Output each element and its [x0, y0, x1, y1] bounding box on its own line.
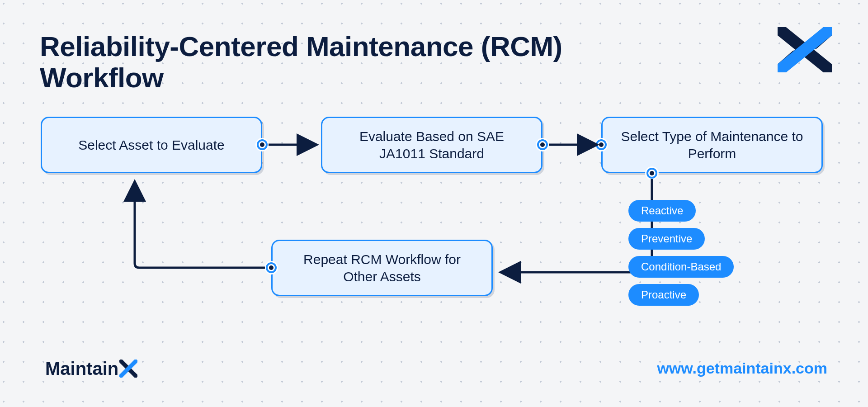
step-select-asset: Select Asset to Evaluate [41, 117, 262, 173]
step-label: Select Type of Maintenance to Perform [616, 128, 808, 162]
maintenance-type-pill: Reactive [628, 200, 696, 222]
maintenance-type-list: Reactive Preventive Condition-Based Proa… [628, 200, 734, 306]
arrow-icon [131, 172, 276, 276]
page-title: Reliability-Centered Maintenance (RCM) W… [40, 31, 582, 94]
step-label: Select Asset to Evaluate [78, 137, 225, 154]
step-label: Evaluate Based on SAE JA1011 Standard [336, 128, 528, 162]
maintenance-type-pill: Proactive [628, 284, 699, 306]
port-icon [257, 139, 268, 150]
brand-x-icon [119, 360, 137, 378]
step-repeat-workflow: Repeat RCM Workflow for Other Assets [271, 240, 493, 296]
brand-text: Maintain [45, 359, 118, 379]
step-label: Repeat RCM Workflow for Other Assets [286, 251, 478, 285]
maintenance-type-pill: Preventive [628, 228, 705, 250]
maintenance-type-pill: Condition-Based [628, 256, 734, 278]
arrow-icon [269, 138, 323, 151]
brand-wordmark: Maintain [45, 357, 137, 379]
port-icon [537, 139, 548, 150]
step-select-maintenance: Select Type of Maintenance to Perform [601, 117, 823, 173]
arrow-icon [549, 138, 603, 151]
logo-x-icon [778, 27, 832, 72]
website-url: www.getmaintainx.com [657, 360, 827, 377]
step-evaluate-sae: Evaluate Based on SAE JA1011 Standard [321, 117, 542, 173]
